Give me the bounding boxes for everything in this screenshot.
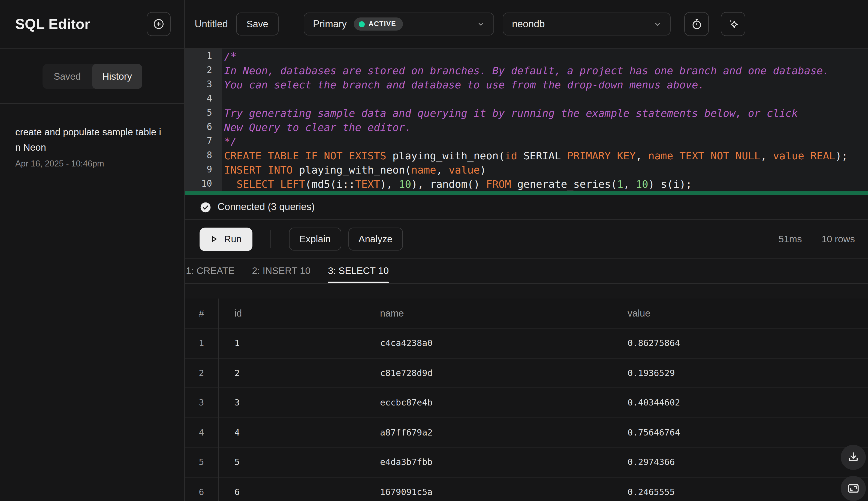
code-line: 5Try generating sample data and querying… xyxy=(185,106,868,120)
table-cell: 5 xyxy=(219,447,364,477)
table-cell: 0.1936529 xyxy=(612,358,868,387)
branch-status: ACTIVE xyxy=(369,20,396,28)
table-cell: 0.40344602 xyxy=(612,387,868,417)
code-lines: 1/*2In Neon, databases are stored on bra… xyxy=(185,49,868,191)
branch-name: Primary xyxy=(313,18,347,30)
expand-icon xyxy=(846,481,860,495)
column-header-id: id xyxy=(219,299,364,328)
history-item-title: create and populate sample table in Neon xyxy=(15,125,164,155)
table-cell: 1679091c5a xyxy=(364,477,612,501)
history-list: create and populate sample table in Neon… xyxy=(0,104,184,169)
history-item-timestamp: Apr 16, 2025 - 10:46pm xyxy=(15,159,169,169)
table-cell: 3 xyxy=(219,387,364,417)
row-number-cell: 1 xyxy=(185,328,219,358)
code-line-content: */ xyxy=(222,134,237,148)
code-line-content: /* xyxy=(222,49,237,63)
code-line: 8CREATE TABLE IF NOT EXISTS playing_with… xyxy=(185,148,868,163)
result-tab[interactable]: 3: SELECT 10 xyxy=(328,259,389,283)
ai-assistant-button[interactable] xyxy=(721,12,745,36)
main-panel: Untitled Save Primary ACTIVE neondb xyxy=(185,0,868,501)
line-number: 7 xyxy=(185,134,222,148)
table-cell: 6 xyxy=(219,477,364,501)
line-number: 8 xyxy=(185,148,222,163)
export-results-button[interactable] xyxy=(841,445,866,470)
code-line-content: You can select the branch and database t… xyxy=(222,77,704,92)
sql-editor-app: SQL Editor SavedHistory create and popul… xyxy=(0,0,868,501)
row-number-cell: 3 xyxy=(185,387,219,417)
actions-divider xyxy=(271,230,271,248)
run-label: Run xyxy=(224,233,242,245)
branch-select[interactable]: Primary ACTIVE xyxy=(304,12,494,35)
table-cell: c4ca4238a0 xyxy=(364,328,612,358)
toolbar-divider xyxy=(292,0,292,48)
sidebar-tab-saved[interactable]: Saved xyxy=(42,64,92,89)
result-tabs: 1: CREATE2: INSERT 103: SELECT 10 xyxy=(185,259,868,284)
code-line-content: Try generating sample data and querying … xyxy=(222,106,798,120)
result-tab[interactable]: 1: CREATE xyxy=(186,259,234,283)
code-line: 10 SELECT LEFT(md5(i::TEXT), 10), random… xyxy=(185,177,868,191)
row-number-cell: 6 xyxy=(185,477,219,501)
column-header-name: name xyxy=(364,299,612,328)
code-line-content: SELECT LEFT(md5(i::TEXT), 10), random() … xyxy=(222,177,692,191)
query-title: Untitled xyxy=(195,18,228,30)
save-button[interactable]: Save xyxy=(236,12,278,35)
column-header-row-number: # xyxy=(185,299,219,328)
query-history-button[interactable] xyxy=(684,12,709,36)
new-query-button[interactable] xyxy=(147,12,171,36)
query-metrics: 51ms 10 rows xyxy=(779,233,855,245)
table-cell: 0.2974366 xyxy=(612,447,868,477)
table-cell: 0.75646764 xyxy=(612,417,868,447)
explain-button[interactable]: Explain xyxy=(289,227,341,250)
chevron-down-icon xyxy=(476,19,486,29)
editor-resize-handle[interactable] xyxy=(185,191,868,195)
branch-status-badge: ACTIVE xyxy=(354,18,403,31)
query-duration: 51ms xyxy=(779,233,802,245)
code-line: 6New Query to clear the editor. xyxy=(185,120,868,134)
plus-circle-icon xyxy=(152,18,165,31)
table-cell: e4da3b7fbb xyxy=(364,447,612,477)
code-line: 7*/ xyxy=(185,134,868,148)
code-line-content xyxy=(222,92,224,106)
page-title: SQL Editor xyxy=(15,15,90,32)
line-number: 6 xyxy=(185,120,222,134)
result-tab[interactable]: 2: INSERT 10 xyxy=(252,259,310,283)
line-number: 9 xyxy=(185,163,222,177)
line-number: 1 xyxy=(185,49,222,63)
line-number: 4 xyxy=(185,92,222,106)
fullscreen-button[interactable] xyxy=(841,476,866,501)
code-line-content: In Neon, databases are stored on branche… xyxy=(222,63,829,77)
sidebar-header: SQL Editor xyxy=(0,0,184,49)
database-select[interactable]: neondb xyxy=(503,12,671,35)
history-item[interactable]: create and populate sample table in Neon… xyxy=(15,125,169,169)
table-cell: 4 xyxy=(219,417,364,447)
table-cell: 1 xyxy=(219,328,364,358)
column-header-value: value xyxy=(612,299,868,328)
code-line: 2In Neon, databases are stored on branch… xyxy=(185,63,868,77)
code-line-content: CREATE TABLE IF NOT EXISTS playing_with_… xyxy=(222,148,848,163)
table-cell: 0.86275864 xyxy=(612,328,868,358)
database-name: neondb xyxy=(512,18,545,30)
download-icon xyxy=(846,450,860,465)
check-circle-icon xyxy=(199,201,211,213)
editor-toolbar: Untitled Save Primary ACTIVE neondb xyxy=(185,0,868,49)
results-table: #idnamevalue11c4ca4238a00.8627586422c81e… xyxy=(185,299,868,501)
saved-history-toggle: SavedHistory xyxy=(42,64,142,89)
connection-status-text: Connected (3 queries) xyxy=(218,201,315,213)
analyze-button[interactable]: Analyze xyxy=(348,227,403,250)
line-number: 3 xyxy=(185,77,222,92)
results-gap xyxy=(185,284,868,299)
run-button[interactable]: Run xyxy=(199,227,252,251)
sql-code-editor[interactable]: 1/*2In Neon, databases are stored on bra… xyxy=(185,49,868,195)
table-cell: eccbc87e4b xyxy=(364,387,612,417)
table-cell: a87ff679a2 xyxy=(364,417,612,447)
actions-bar: Run Explain Analyze 51ms 10 rows xyxy=(185,220,868,259)
code-line: 9INSERT INTO playing_with_neon(name, val… xyxy=(185,163,868,177)
sidebar-tab-history[interactable]: History xyxy=(92,64,142,89)
chevron-down-icon xyxy=(653,19,662,29)
line-number: 10 xyxy=(185,177,222,191)
row-number-cell: 4 xyxy=(185,417,219,447)
play-icon xyxy=(208,234,219,245)
code-line: 4 xyxy=(185,92,868,106)
sparkle-icon xyxy=(726,18,739,31)
code-line-content: INSERT INTO playing_with_neon(name, valu… xyxy=(222,163,486,177)
